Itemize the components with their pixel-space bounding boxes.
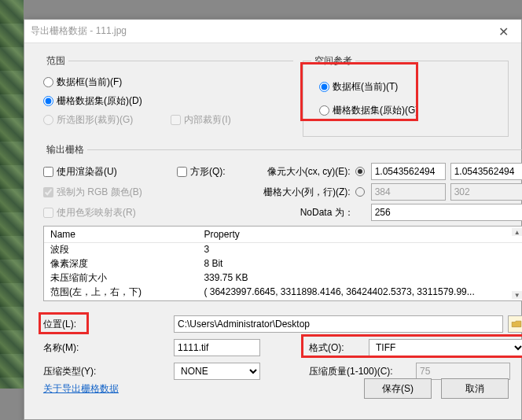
comp-type-select[interactable]: NONE xyxy=(174,363,260,380)
table-row[interactable]: 像素深度8 Bit xyxy=(44,256,522,271)
cell-property: 8 Bit xyxy=(197,256,522,271)
table-row[interactable]: 范围(左，上，右，下)( 36423997.6645, 3311898.4146… xyxy=(44,285,522,299)
cell-name: 波段 xyxy=(44,242,197,256)
use-renderer-check[interactable] xyxy=(43,167,53,177)
use-renderer-label[interactable]: 使用渲染器(U) xyxy=(57,165,117,179)
properties-table: ▲ ▼ Name Property 波段3像素深度8 Bit未压缩前大小339.… xyxy=(43,226,522,301)
save-button[interactable]: 保存(S) xyxy=(364,378,432,399)
name-label: 名称(M): xyxy=(43,341,169,355)
force-rgb-label: 强制为 RGB 颜色(B) xyxy=(57,186,142,199)
spatial-legend: 空间参考 xyxy=(311,54,355,68)
cell-property: 3 xyxy=(197,242,522,256)
pixel-size-label: 像元大小(cx, cy)(E): xyxy=(263,165,354,179)
pixel-y-input[interactable] xyxy=(450,163,522,180)
range-legend: 范围 xyxy=(43,54,68,68)
nodata-input[interactable] xyxy=(371,204,522,221)
comp-type-label: 压缩类型(Y): xyxy=(43,365,169,378)
spatial-dataframe-label[interactable]: 数据框(当前)(T) xyxy=(333,80,398,94)
cell-property: 339.75 KB xyxy=(197,271,522,285)
internal-crop-label: 内部裁剪(I) xyxy=(184,113,230,127)
format-select[interactable]: TIFF xyxy=(369,339,522,356)
comp-quality-input xyxy=(416,363,510,380)
raster-rows-input xyxy=(450,183,522,201)
force-rgb-check xyxy=(43,187,53,197)
spatial-group: 空间参考 数据框(当前)(T) 栅格数据集(原始)(G) xyxy=(303,54,509,137)
range-dataframe-radio[interactable] xyxy=(43,77,53,87)
range-group: 范围 数据框(当前)(F) 栅格数据集(原始)(D) 所选图形(裁剪)(G) 内… xyxy=(43,54,293,137)
close-button[interactable]: ✕ xyxy=(486,20,521,43)
raster-size-label: 栅格大小(列，行)(Z): xyxy=(263,186,354,199)
nodata-label: NoData 为： xyxy=(263,206,360,219)
name-input[interactable] xyxy=(174,339,260,356)
spatial-dataframe-radio[interactable] xyxy=(319,82,329,92)
square-check[interactable] xyxy=(177,167,187,177)
cell-property: ( 36423997.6645, 3311898.4146, 36424402.… xyxy=(197,285,522,299)
cell-name: 未压缩前大小 xyxy=(44,271,197,285)
location-label: 位置(L): xyxy=(43,319,76,330)
close-icon: ✕ xyxy=(498,24,509,39)
titlebar[interactable]: 导出栅格数据 - 111.jpg ✕ xyxy=(24,20,521,43)
window-title: 导出栅格数据 - 111.jpg xyxy=(31,24,127,38)
spatial-rasterdataset-radio[interactable] xyxy=(319,105,329,116)
spatial-rasterdataset-label[interactable]: 栅格数据集(原始)(G) xyxy=(333,104,418,117)
use-colormap-check xyxy=(43,208,53,218)
table-row[interactable]: 未压缩前大小339.75 KB xyxy=(44,271,522,285)
format-label: 格式(O): xyxy=(309,341,364,355)
cell-name: 像素深度 xyxy=(44,256,197,271)
output-group: 输出栅格 使用渲染器(U) 方形(Q): 像元大小(cx, cy)(E): xyxy=(43,143,522,391)
range-selected-radio xyxy=(43,115,53,125)
comp-quality-label: 压缩质量(1-100)(C): xyxy=(309,365,411,378)
th-property: Property xyxy=(197,227,522,242)
raster-cols-input xyxy=(371,183,446,201)
range-rasterdataset-radio[interactable] xyxy=(43,96,53,106)
internal-crop-check xyxy=(171,115,181,125)
scroll-up-icon[interactable]: ▲ xyxy=(512,228,522,236)
raster-unit-radio[interactable] xyxy=(355,187,365,197)
range-rasterdataset-label[interactable]: 栅格数据集(原始)(D) xyxy=(57,94,142,108)
pixel-x-input[interactable] xyxy=(371,163,446,180)
output-legend: 输出栅格 xyxy=(43,143,87,157)
location-input[interactable] xyxy=(174,315,503,333)
cell-name: 范围(左，上，右，下) xyxy=(44,285,197,299)
range-selected-label: 所选图形(裁剪)(G) xyxy=(57,113,133,127)
range-dataframe-label[interactable]: 数据框(当前)(F) xyxy=(57,76,122,89)
about-export-link[interactable]: 关于导出栅格数据 xyxy=(43,383,119,394)
cancel-button[interactable]: 取消 xyxy=(441,378,509,399)
use-colormap-label: 使用色彩映射表(R) xyxy=(57,206,136,219)
browse-folder-button[interactable] xyxy=(508,315,522,333)
folder-icon xyxy=(511,320,522,328)
export-raster-dialog: 导出栅格数据 - 111.jpg ✕ 范围 数据框(当前)(F) 栅格数据集(原… xyxy=(24,19,522,420)
scroll-down-icon[interactable]: ▼ xyxy=(512,291,522,299)
table-row[interactable]: 波段3 xyxy=(44,242,522,256)
square-label[interactable]: 方形(Q): xyxy=(190,165,226,179)
background-aerial xyxy=(0,0,24,389)
th-name: Name xyxy=(44,227,197,242)
pixel-unit-radio[interactable] xyxy=(355,167,365,176)
